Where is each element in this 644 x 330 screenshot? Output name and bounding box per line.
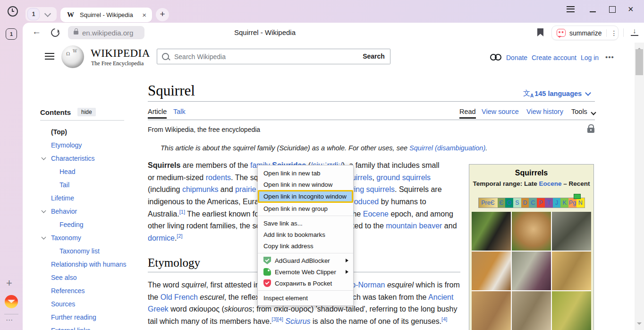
inline-link[interactable]: [3] [271,316,277,322]
window-close-button[interactable]: × [628,4,634,15]
squirrel-photo[interactable] [472,252,511,290]
toc-item-relationship-with-humans[interactable]: Relationship with humans [40,258,135,271]
inline-link[interactable]: Eocene [363,210,389,218]
toc-item-sources[interactable]: Sources [40,297,135,311]
chevron-down-icon[interactable] [42,156,46,160]
toc-item-taxonomy[interactable]: Taxonomy [40,231,135,244]
chevron-down-icon[interactable] [42,208,46,213]
squirrel-photo[interactable] [552,291,591,330]
toc-item-tail[interactable]: Tail [40,178,135,191]
chevron-down-icon[interactable] [42,235,46,240]
inline-link[interactable]: dormice [148,234,175,242]
inline-link[interactable]: Squirrel (disambiguation) [409,144,485,152]
tab-group-pill[interactable]: 1 [25,7,57,21]
toc-item-behavior[interactable]: Behavior [40,205,135,218]
tab-view-source[interactable]: View source [482,108,519,115]
menu-item-open-link-in-new-tab[interactable]: Open link in new tab [258,167,353,179]
inline-link[interactable]: [2] [177,233,182,239]
sidebar-more-icon[interactable]: ⋯ [6,316,13,324]
timeline-period-O[interactable]: O [505,198,513,208]
timeline-period-D[interactable]: D [521,198,529,208]
url-text[interactable]: en.wikipedia.org [82,29,133,37]
menu-item-open-link-in-new-window[interactable]: Open link in new window [258,179,353,190]
inline-link[interactable]: rodents [206,174,231,182]
menu-item-adguard-adblocker[interactable]: AdGuard AdBlocker [258,255,353,266]
menu-item-save-link-as[interactable]: Save link as... [258,217,353,229]
chevron-down-icon[interactable] [591,110,596,115]
inline-link[interactable]: [1] [179,208,185,214]
back-icon[interactable]: ← [32,26,41,37]
inline-link[interactable]: chipmunks [182,185,218,193]
scrollbar[interactable] [635,43,644,330]
summarize-button[interactable]: summarize ⋮ [551,26,619,40]
inline-link[interactable]: [4] [441,316,447,322]
downloads-icon[interactable]: ↓ [631,26,638,36]
sidebar-add-icon[interactable]: + [6,277,12,289]
languages-button[interactable]: 文A 145 languages [523,89,590,98]
inline-link[interactable]: [4] [278,316,283,322]
toc-item-further-reading[interactable]: Further reading [40,311,135,324]
wiki-hamburger-icon[interactable] [45,53,54,60]
timeline-period-T[interactable]: T [545,198,553,208]
toc-item-see-also[interactable]: See also [40,271,135,284]
toc-item-characteristics[interactable]: Characteristics [40,152,135,165]
bookmark-icon[interactable] [537,28,543,36]
toc-item-references[interactable]: References [40,284,135,297]
yandex-mail-icon[interactable] [5,295,18,308]
toc-item-external-links[interactable]: External links [40,324,135,330]
inline-link[interactable]: Eocene [539,180,561,187]
timeline-period-Pg[interactable]: Pg [568,198,576,208]
squirrel-photo[interactable] [552,252,591,290]
tab-view-history[interactable]: View history [526,108,563,115]
squirrel-photo[interactable] [512,252,551,290]
timeline-period-P[interactable]: P [537,198,545,208]
window-maximize-button[interactable] [609,6,616,13]
inline-link[interactable]: mountain beaver [386,222,442,230]
menu-item-copy-link-address[interactable]: Copy link address [258,240,353,252]
url-pill[interactable]: en.wikipedia.org [68,26,144,39]
wikimedia-rings-icon[interactable] [490,54,501,61]
menu-item-inspect-element[interactable]: Inspect element [258,292,353,304]
menu-item-сохранить-в-pocket[interactable]: Сохранить в Pocket [258,278,353,289]
menu-item-add-link-to-bookmarks[interactable]: Add link to bookmarks [258,229,353,240]
tab-talk[interactable]: Talk [173,108,186,115]
wikipedia-globe-logo[interactable] [61,45,84,68]
tab-read[interactable]: Read [459,108,476,119]
toc-item-etymology[interactable]: Etymology [40,139,135,152]
timeline-period-C[interactable]: C [529,198,537,208]
browser-menu-icon[interactable] [567,6,575,12]
inline-link[interactable]: Old French [161,293,198,301]
create-account-link[interactable]: Create account [532,54,576,61]
inline-link[interactable]: Greek [148,305,169,313]
window-minimize-button[interactable] [590,11,596,12]
squirrel-photo[interactable] [512,212,551,251]
menu-item-open-link-in-new-group[interactable]: Open link in new group [258,203,353,214]
inline-link[interactable]: flying squirrels [347,185,395,193]
tab-article[interactable]: Article [148,108,167,119]
squirrel-photo[interactable] [552,212,591,251]
tab-group-badge[interactable]: 1 [27,8,40,20]
reload-icon[interactable] [49,26,61,38]
login-link[interactable]: Log in [581,54,599,61]
toc-item-head[interactable]: Head [40,165,135,178]
search-button[interactable]: Search [357,49,390,64]
scrollbar-thumb[interactable] [636,49,643,75]
toc-item-lifetime[interactable]: Lifetime [40,191,135,205]
browser-tab[interactable]: W Squirrel - Wikipedia × [60,8,152,22]
new-tab-button[interactable]: + [156,8,169,21]
search-input[interactable] [173,52,357,61]
page-protection-lock-icon[interactable] [587,128,594,133]
toc-item-top[interactable]: (Top) [40,125,135,139]
kebab-menu-icon[interactable]: ⋮ [610,29,617,37]
donate-link[interactable]: Donate [506,54,527,61]
squirrel-photo[interactable] [472,291,511,330]
menu-item-evernote-web-clipper[interactable]: Evernote Web Clipper [258,266,353,278]
timeline-period-K[interactable]: K [560,198,568,208]
toc-item-taxonomy-list[interactable]: Taxonomy list [40,244,135,258]
timeline-period-Є[interactable]: Є [498,198,506,208]
squirrel-photo[interactable] [512,291,551,330]
tab-tools[interactable]: Tools [571,108,587,115]
inline-link[interactable]: Sciurus [285,317,310,325]
wikipedia-wordmark[interactable]: WIKIPEDIA [91,47,150,60]
address-bar-title[interactable]: Squirrel - Wikipedia [218,28,312,36]
